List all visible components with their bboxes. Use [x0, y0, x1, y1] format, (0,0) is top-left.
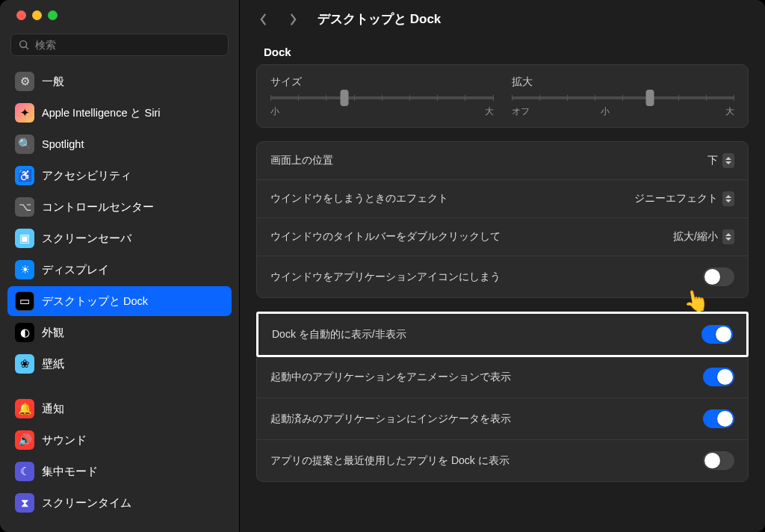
toggle-switch[interactable]	[703, 451, 734, 470]
setting-label: ウインドウをしまうときのエフェクト	[270, 192, 448, 205]
sidebar-item-10[interactable]: 🔔通知	[7, 394, 232, 424]
sidebar-label: 通知	[42, 402, 64, 416]
select-control[interactable]: 拡大/縮小	[673, 229, 734, 244]
content-area: デスクトップと Dock Dock サイズ 小 大	[239, 0, 765, 532]
sidebar-label: スクリーンタイム	[42, 496, 131, 510]
toggle-knob	[704, 453, 720, 468]
sidebar-label: Apple Intelligence と Siri	[42, 106, 160, 120]
autohide-panel: 👆Dock を自動的に表示/非表示起動中のアプリケーションをアニメーションで表示…	[256, 312, 749, 482]
setting-row: 起動中のアプリケーションをアニメーションで表示	[257, 356, 748, 398]
toggle-knob	[717, 411, 733, 427]
toggle-switch[interactable]	[703, 368, 734, 386]
minimize-button[interactable]	[32, 10, 42, 20]
sidebar-icon: ◐	[15, 323, 34, 342]
sidebar-item-4[interactable]: ⌥コントロールセンター	[7, 192, 232, 222]
sidebar-item-11[interactable]: 🔊サウンド	[7, 425, 232, 455]
sidebar-icon: ✦	[15, 103, 34, 123]
setting-row: ウインドウのタイトルバーをダブルクリックして拡大/縮小	[257, 218, 748, 256]
sidebar-label: Spotlight	[42, 138, 84, 150]
sidebar-item-1[interactable]: ✦Apple Intelligence と Siri	[7, 98, 232, 128]
mag-slider[interactable]	[512, 96, 735, 99]
search-input[interactable]	[10, 34, 229, 56]
sidebar-item-6[interactable]: ☀ディスプレイ	[7, 255, 232, 285]
setting-label: アプリの提案と最近使用したアプリを Dock に表示	[270, 454, 510, 468]
setting-label: 起動済みのアプリケーションにインジケータを表示	[270, 412, 511, 426]
sidebar: ⚙一般✦Apple Intelligence と Siri🔍Spotlight♿…	[0, 0, 239, 532]
setting-row: 起動済みのアプリケーションにインジケータを表示	[257, 398, 748, 440]
content-header: デスクトップと Dock	[240, 0, 765, 35]
size-slider[interactable]	[270, 96, 494, 99]
select-control[interactable]: 下	[707, 153, 734, 168]
setting-row: 👆Dock を自動的に表示/非表示	[256, 312, 749, 357]
sidebar-label: スクリーンセーバ	[42, 232, 131, 246]
sidebar-label: サウンド	[42, 433, 87, 448]
sidebar-item-9[interactable]: ❀壁紙	[7, 349, 232, 379]
sidebar-icon: 🔊	[15, 430, 34, 450]
close-button[interactable]	[16, 10, 26, 20]
setting-row: 画面上の位置下	[257, 142, 748, 180]
back-button[interactable]	[255, 11, 271, 28]
forward-button[interactable]	[285, 11, 301, 28]
updown-icon	[722, 191, 734, 206]
setting-label: 画面上の位置	[270, 154, 333, 167]
sidebar-icon: 🔔	[15, 399, 34, 418]
sidebar-icon: ❀	[15, 354, 34, 374]
sidebar-icon: ▭	[15, 291, 34, 311]
select-control[interactable]: ジニーエフェクト	[634, 191, 734, 206]
maximize-button[interactable]	[48, 10, 58, 20]
mag-slider-group: 拡大 オフ 小 大	[512, 75, 735, 118]
sidebar-icon: ⚙	[15, 72, 34, 91]
mag-slider-thumb[interactable]	[645, 90, 654, 106]
sidebar-icon: 🔍	[15, 134, 34, 154]
setting-label: ウインドウをアプリケーションアイコンにしまう	[270, 270, 501, 284]
size-slider-thumb[interactable]	[340, 90, 348, 106]
setting-row: ウインドウをしまうときのエフェクトジニーエフェクト	[257, 180, 748, 218]
toggle-switch[interactable]	[703, 409, 734, 428]
toggle-knob	[716, 327, 731, 342]
select-value: ジニーエフェクト	[634, 192, 718, 205]
slider-panel: サイズ 小 大 拡大	[256, 64, 749, 128]
setting-label: Dock を自動的に表示/非表示	[272, 328, 406, 341]
mag-label: 拡大	[512, 75, 735, 89]
sidebar-label: 集中モード	[42, 465, 98, 479]
mag-off: オフ	[512, 105, 530, 118]
setting-row: アプリの提案と最近使用したアプリを Dock に表示	[257, 440, 748, 481]
settings-window: ⚙一般✦Apple Intelligence と Siri🔍Spotlight♿…	[0, 0, 765, 532]
sidebar-label: コントロールセンター	[42, 200, 154, 214]
sidebar-icon: ☀	[15, 260, 34, 279]
sidebar-item-5[interactable]: ▣スクリーンセーバ	[7, 223, 232, 253]
sidebar-label: デスクトップと Dock	[42, 294, 148, 309]
sidebar-item-12[interactable]: ☾集中モード	[7, 457, 232, 486]
size-label: サイズ	[270, 75, 494, 89]
pointer-icon: 👆	[681, 286, 710, 315]
sidebar-icon: ⌥	[15, 197, 34, 217]
sidebar-item-8[interactable]: ◐外観	[7, 318, 232, 347]
sidebar-item-3[interactable]: ♿アクセシビリティ	[7, 161, 232, 191]
sidebar-icon: ☾	[15, 462, 34, 481]
sidebar-item-2[interactable]: 🔍Spotlight	[7, 129, 232, 159]
toggle-knob	[717, 369, 733, 385]
sidebar-item-0[interactable]: ⚙一般	[7, 66, 232, 96]
toggle-knob	[704, 269, 720, 285]
sidebar-label: 一般	[42, 75, 64, 89]
sidebar-icon: ⧗	[15, 493, 34, 513]
page-title: デスクトップと Dock	[318, 10, 441, 28]
mag-max: 大	[725, 105, 734, 118]
toggle-switch[interactable]	[703, 267, 734, 286]
sidebar-item-13[interactable]: ⧗スクリーンタイム	[7, 488, 232, 518]
mag-min: 小	[601, 105, 610, 118]
updown-icon	[722, 153, 734, 168]
size-slider-group: サイズ 小 大	[270, 75, 494, 118]
toggle-switch[interactable]	[701, 325, 733, 344]
main-content: Dock サイズ 小 大 拡大	[240, 35, 765, 512]
updown-icon	[722, 229, 734, 244]
position-panel: 画面上の位置下ウインドウをしまうときのエフェクトジニーエフェクトウインドウのタイ…	[256, 141, 749, 298]
sidebar-label: アクセシビリティ	[42, 169, 131, 183]
sidebar-item-7[interactable]: ▭デスクトップと Dock	[7, 286, 232, 316]
sidebar-icon: ♿	[15, 166, 34, 185]
sidebar-label: ディスプレイ	[42, 263, 109, 277]
select-value: 下	[707, 154, 718, 167]
search-field[interactable]	[35, 39, 220, 51]
sidebar-icon: ▣	[15, 229, 34, 248]
search-icon	[19, 40, 30, 51]
